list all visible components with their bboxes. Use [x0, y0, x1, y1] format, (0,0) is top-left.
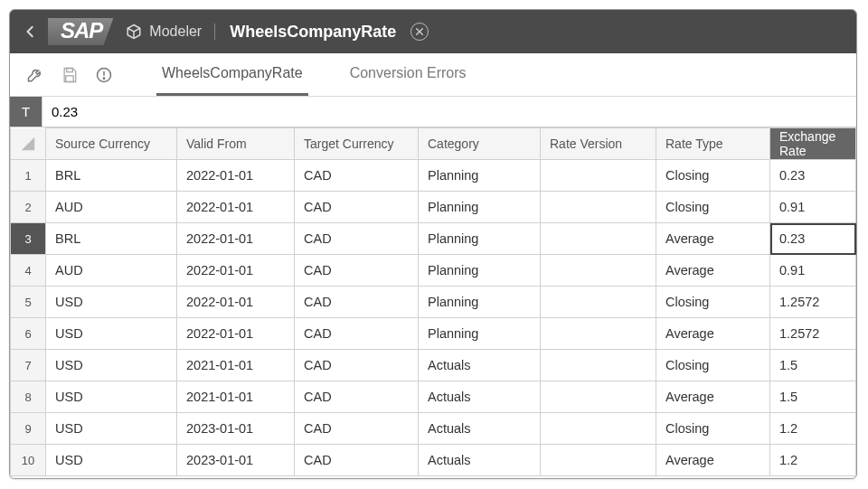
table-row[interactable]: 6USD2022-01-01CADPlanningAverage1.2572	[11, 318, 856, 350]
cell-valid-from[interactable]: 2022-01-01	[177, 223, 295, 255]
cell-source-currency[interactable]: AUD	[46, 255, 177, 287]
cell-target-currency[interactable]: CAD	[295, 350, 419, 381]
cell-rate-version[interactable]	[541, 445, 656, 476]
col-rate-version[interactable]: Rate Version	[541, 128, 656, 160]
cell-category[interactable]: Actuals	[419, 445, 541, 476]
col-rate-type[interactable]: Rate Type	[656, 128, 770, 160]
table-row[interactable]: 2AUD2022-01-01CADPlanningClosing0.91	[11, 192, 856, 223]
col-valid-from[interactable]: Valid From	[177, 128, 295, 160]
formula-type-indicator[interactable]: T	[10, 97, 42, 127]
cell-target-currency[interactable]: CAD	[295, 223, 419, 255]
table-row[interactable]: 8USD2021-01-01CADActualsAverage1.5	[11, 381, 856, 413]
cell-valid-from[interactable]: 2023-01-01	[177, 413, 295, 445]
cell-category[interactable]: Actuals	[419, 350, 541, 381]
cell-valid-from[interactable]: 2022-01-01	[177, 318, 295, 350]
wrench-icon[interactable]	[26, 66, 44, 84]
cell-rate-type[interactable]: Closing	[656, 350, 770, 381]
cell-rate-type[interactable]: Average	[656, 445, 770, 476]
cell-rate-version[interactable]	[541, 192, 656, 223]
save-icon[interactable]	[61, 66, 79, 84]
cell-target-currency[interactable]: CAD	[295, 287, 419, 318]
back-icon[interactable]	[24, 25, 37, 38]
cell-rate-type[interactable]: Closing	[656, 287, 770, 318]
row-number[interactable]: 4	[11, 255, 46, 287]
cell-valid-from[interactable]: 2022-01-01	[177, 192, 295, 223]
cell-target-currency[interactable]: CAD	[295, 255, 419, 287]
cell-target-currency[interactable]: CAD	[295, 413, 419, 445]
cell-rate-type[interactable]: Closing	[656, 413, 770, 445]
cell-rate-type[interactable]: Closing	[656, 192, 770, 223]
cell-category[interactable]: Actuals	[419, 413, 541, 445]
cell-source-currency[interactable]: USD	[46, 350, 177, 381]
row-number[interactable]: 2	[11, 192, 46, 223]
col-category[interactable]: Category	[419, 128, 541, 160]
cell-exchange-rate[interactable]: 1.2	[770, 445, 856, 476]
col-exchange-rate[interactable]: Exchange Rate	[770, 128, 856, 160]
cell-exchange-rate[interactable]: 1.2572	[770, 318, 856, 350]
row-number[interactable]: 8	[11, 381, 46, 413]
cell-exchange-rate[interactable]: 1.5	[770, 350, 856, 381]
cell-category[interactable]: Planning	[419, 160, 541, 192]
alert-icon[interactable]	[95, 66, 113, 84]
cell-exchange-rate[interactable]: 0.23	[770, 160, 856, 192]
row-number[interactable]: 9	[11, 413, 46, 445]
cell-valid-from[interactable]: 2022-01-01	[177, 255, 295, 287]
cell-rate-version[interactable]	[541, 160, 656, 192]
cell-category[interactable]: Planning	[419, 318, 541, 350]
cell-source-currency[interactable]: USD	[46, 413, 177, 445]
cell-exchange-rate[interactable]: 1.2	[770, 413, 856, 445]
cell-category[interactable]: Actuals	[419, 381, 541, 413]
select-all-corner[interactable]	[11, 128, 46, 160]
table-row[interactable]: 5USD2022-01-01CADPlanningClosing1.2572	[11, 287, 856, 318]
table-row[interactable]: 1BRL2022-01-01CADPlanningClosing0.23	[11, 160, 856, 192]
tab-main[interactable]: WheelsCompanyRate	[156, 53, 308, 96]
table-row[interactable]: 7USD2021-01-01CADActualsClosing1.5	[11, 350, 856, 381]
cell-valid-from[interactable]: 2021-01-01	[177, 381, 295, 413]
modeler-breadcrumb[interactable]: Modeler	[126, 24, 215, 40]
tab-conversion-errors[interactable]: Conversion Errors	[344, 53, 472, 96]
cell-rate-type[interactable]: Average	[656, 255, 770, 287]
cell-rate-version[interactable]	[541, 350, 656, 381]
row-number[interactable]: 5	[11, 287, 46, 318]
cell-category[interactable]: Planning	[419, 255, 541, 287]
cell-target-currency[interactable]: CAD	[295, 192, 419, 223]
cell-rate-version[interactable]	[541, 223, 656, 255]
cell-rate-type[interactable]: Closing	[656, 160, 770, 192]
row-number[interactable]: 1	[11, 160, 46, 192]
cell-source-currency[interactable]: BRL	[46, 223, 177, 255]
cell-category[interactable]: Planning	[419, 192, 541, 223]
formula-input[interactable]: 0.23	[42, 97, 856, 127]
cell-exchange-rate[interactable]: 1.5	[770, 381, 856, 413]
cell-rate-version[interactable]	[541, 287, 656, 318]
cell-target-currency[interactable]: CAD	[295, 445, 419, 476]
cell-source-currency[interactable]: BRL	[46, 160, 177, 192]
cell-source-currency[interactable]: USD	[46, 287, 177, 318]
cell-exchange-rate[interactable]: 0.23	[770, 223, 856, 255]
cell-valid-from[interactable]: 2022-01-01	[177, 287, 295, 318]
cell-valid-from[interactable]: 2021-01-01	[177, 350, 295, 381]
col-source-currency[interactable]: Source Currency	[46, 128, 177, 160]
cell-valid-from[interactable]: 2023-01-01	[177, 445, 295, 476]
row-number[interactable]: 10	[11, 445, 46, 476]
cell-exchange-rate[interactable]: 0.91	[770, 192, 856, 223]
row-number[interactable]: 6	[11, 318, 46, 350]
cell-exchange-rate[interactable]: 0.91	[770, 255, 856, 287]
table-row[interactable]: 4AUD2022-01-01CADPlanningAverage0.91	[11, 255, 856, 287]
cell-rate-version[interactable]	[541, 413, 656, 445]
cell-category[interactable]: Planning	[419, 223, 541, 255]
row-number[interactable]: 3	[11, 223, 46, 255]
cell-target-currency[interactable]: CAD	[295, 160, 419, 192]
cell-target-currency[interactable]: CAD	[295, 318, 419, 350]
cell-category[interactable]: Planning	[419, 287, 541, 318]
cell-rate-type[interactable]: Average	[656, 223, 770, 255]
cell-source-currency[interactable]: AUD	[46, 192, 177, 223]
row-number[interactable]: 7	[11, 350, 46, 381]
cell-rate-type[interactable]: Average	[656, 318, 770, 350]
cell-source-currency[interactable]: USD	[46, 445, 177, 476]
table-row[interactable]: 9USD2023-01-01CADActualsClosing1.2	[11, 413, 856, 445]
cell-rate-version[interactable]	[541, 381, 656, 413]
cell-valid-from[interactable]: 2022-01-01	[177, 160, 295, 192]
table-row[interactable]: 3BRL2022-01-01CADPlanningAverage0.23	[11, 223, 856, 255]
cell-source-currency[interactable]: USD	[46, 318, 177, 350]
cell-rate-type[interactable]: Average	[656, 381, 770, 413]
